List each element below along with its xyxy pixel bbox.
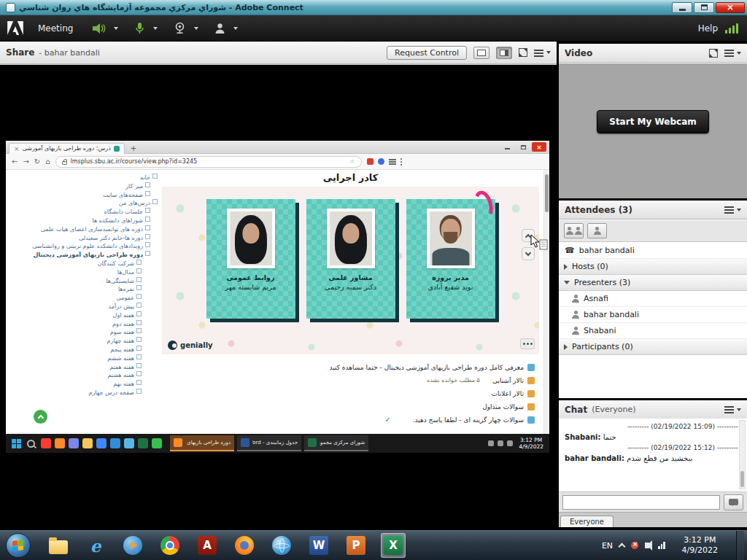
attendee-view-button[interactable]: [564, 223, 584, 238]
speaker-dropdown[interactable]: [109, 19, 125, 38]
unread-badge: ۵ مطلب خوانده نشده: [427, 374, 480, 387]
request-control-button[interactable]: Request Control: [387, 46, 467, 60]
taskbar-clock[interactable]: 3:12 PM 4/9/2022: [678, 535, 722, 556]
word-icon[interactable]: W: [306, 533, 331, 558]
lms-nav-link: میز کار: [10, 182, 158, 191]
lms-nav-link: هفته چهارم: [10, 337, 158, 346]
chat-text: حتما: [603, 433, 616, 441]
activity-link: سوالات متداول: [482, 400, 524, 413]
chrome-icon[interactable]: [158, 533, 182, 558]
scrollbar-thumb: [545, 174, 549, 212]
window-label: جدول زمانبندی - Word: [252, 440, 298, 446]
volume-icon[interactable]: [645, 542, 649, 548]
staff-photo: [327, 209, 375, 268]
video-pod-menu[interactable]: [724, 50, 741, 56]
share-pod-menu[interactable]: [534, 50, 551, 56]
shared-tray-icon: [507, 440, 513, 446]
person-icon: [572, 311, 579, 319]
windows-logo-icon: [12, 540, 24, 552]
help-menu[interactable]: Help: [698, 23, 718, 34]
chevron-right-icon: [564, 344, 568, 350]
chat-pod-menu[interactable]: [724, 406, 741, 413]
active-speaker-name: bahar bandali: [579, 246, 635, 255]
hosts-group-row[interactable]: Hosts (0): [559, 259, 747, 275]
attendee-row[interactable]: bahar bandali: [559, 307, 747, 323]
start-my-webcam-button[interactable]: Start My Webcam: [597, 110, 709, 133]
share-pod-header: Share - bahar bandali Request Control: [0, 42, 557, 64]
meeting-menu[interactable]: Meeting: [35, 23, 85, 34]
lms-nav-link: دوره های توانمندسازی اعضای هیات علمی: [10, 225, 158, 234]
shared-screen-region[interactable]: درس: دوره طراحی بازیهای آموزشی: [0, 65, 557, 530]
participants-group-row[interactable]: Participants (0): [559, 339, 747, 355]
chat-input[interactable]: [562, 495, 720, 510]
scrollbar-thumb[interactable]: [740, 471, 744, 487]
fullscreen-icon[interactable]: [709, 49, 718, 58]
lms-nav-link: هفته ششم: [10, 354, 158, 363]
padlock-icon: [62, 161, 67, 165]
chevron-down-icon: [153, 27, 158, 30]
discord-icon: [69, 438, 79, 448]
breakout-view-button[interactable]: [587, 223, 607, 238]
active-speaker-row[interactable]: bahar bandali: [559, 243, 747, 259]
minimize-button[interactable]: [672, 2, 692, 13]
microphone-button[interactable]: [131, 19, 149, 38]
internet-explorer-icon[interactable]: e: [83, 533, 108, 558]
attendee-row[interactable]: Shabani: [559, 323, 747, 339]
chevron-down-icon: [233, 27, 238, 30]
person-icon: [572, 295, 579, 303]
explorer-icon[interactable]: [46, 533, 71, 558]
excel-icon[interactable]: X: [381, 533, 406, 558]
media-player-icon[interactable]: [120, 533, 145, 558]
page-title: کادر اجرایی: [160, 170, 541, 183]
presenters-group-label: Presenters (3): [574, 278, 630, 287]
firefox-mini-icon: [55, 438, 65, 448]
connection-status-icon[interactable]: [725, 23, 738, 34]
person-icon: [572, 327, 579, 335]
shared-search-icon: [27, 440, 35, 448]
close-button[interactable]: [716, 2, 745, 13]
webcam-button[interactable]: [170, 19, 190, 38]
participants-group-label: Participants (0): [572, 342, 633, 351]
webcam-dropdown[interactable]: [190, 19, 205, 38]
tab-everyone[interactable]: Everyone: [560, 516, 614, 527]
microphone-dropdown[interactable]: [149, 19, 164, 38]
microphone-control: [131, 19, 164, 38]
language-indicator[interactable]: EN: [602, 541, 613, 551]
chat-scrollbar[interactable]: [739, 420, 746, 489]
chevron-down-icon: [114, 27, 118, 30]
genially-logo: genially: [168, 341, 213, 350]
speaker-button[interactable]: [88, 19, 109, 38]
status-dropdown[interactable]: [229, 19, 244, 38]
presenters-group-row[interactable]: Presenters (3): [559, 275, 747, 291]
shared-clock: 3:12 PM 4/9/2022: [516, 437, 546, 450]
lms-nav-link: نمره‌ها: [10, 285, 158, 294]
show-desktop-button[interactable]: [736, 531, 744, 560]
fullscreen-icon[interactable]: [519, 48, 527, 57]
share-pod-title: Share: [6, 47, 34, 58]
attendee-name: Shabani: [584, 326, 616, 335]
window-title: شوراي مركزي مجموعه آزمايشگاه هاي روان شن…: [19, 3, 670, 12]
tray-expand-icon[interactable]: [619, 543, 626, 551]
powerpoint-icon[interactable]: P: [344, 533, 368, 558]
completion-check-icon: [384, 413, 390, 427]
view-fit-page-button[interactable]: [496, 47, 512, 59]
maximize-button[interactable]: [694, 2, 714, 13]
person-icon: [214, 23, 225, 34]
attendee-row[interactable]: Asnafi: [559, 291, 747, 307]
network-icon[interactable]: [658, 542, 665, 549]
notification-icon[interactable]: [631, 542, 638, 549]
menu-icon: [724, 206, 734, 213]
chat-text: --------- (02/19/2022 15:09) ---------: [627, 423, 738, 430]
attendees-pod-header: Attendees (3): [559, 201, 747, 219]
acrobat-icon[interactable]: A: [195, 533, 220, 558]
menu-icon: [724, 406, 734, 413]
status-button[interactable]: [211, 19, 229, 38]
lms-nav-link: دوره ها-خانم دکتر سعیدلی: [10, 234, 158, 243]
staff-card: مشاور علمی دکتر سمیه رحیمی: [306, 199, 395, 319]
attendees-pod-menu[interactable]: [724, 206, 741, 213]
start-button[interactable]: [6, 533, 31, 558]
globe-browser-icon[interactable]: [269, 533, 294, 558]
view-original-size-button[interactable]: [473, 47, 489, 59]
send-message-button[interactable]: [724, 494, 743, 510]
firefox-icon[interactable]: [232, 533, 257, 558]
